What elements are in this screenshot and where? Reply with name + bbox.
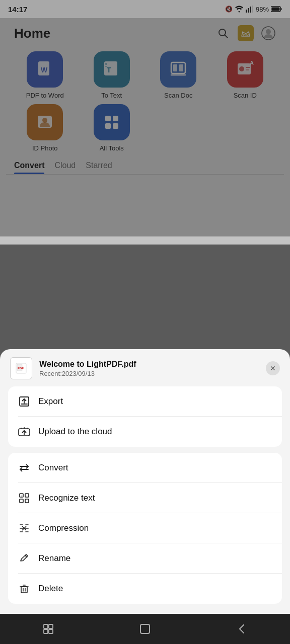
action-group-2: Convert T Recognize text Compression Ren… [8,453,282,604]
upload-cloud-action[interactable]: Upload to the cloud [8,417,282,447]
close-button[interactable]: ✕ [266,361,280,375]
delete-icon [18,583,30,595]
rename-icon [18,552,30,565]
recognize-icon: T [18,492,30,504]
svg-rect-48 [20,499,23,503]
convert-icon [18,462,30,474]
upload-cloud-label: Upload to the cloud [38,427,112,437]
convert-label: Convert [38,463,68,473]
rename-action[interactable]: Rename [8,543,282,574]
file-date: Recent:2023/09/13 [39,370,259,377]
svg-text:T: T [21,495,23,498]
export-icon [18,395,30,408]
svg-rect-50 [25,499,29,503]
svg-rect-49 [25,494,29,497]
svg-rect-67 [140,624,150,633]
delete-label: Delete [38,584,63,594]
svg-rect-66 [49,629,53,633]
export-action[interactable]: Export [8,386,282,417]
background-overlay [0,0,290,236]
pdf-file-icon: PDF [10,357,32,379]
convert-action[interactable]: Convert [8,453,282,483]
nav-back-button[interactable] [229,616,254,641]
nav-bar [0,614,290,644]
svg-rect-58 [21,587,27,593]
file-name: Welcome to LightPDF.pdf [39,360,259,369]
compress-icon [18,522,30,534]
action-group-1: Export Upload to the cloud [8,386,282,447]
export-label: Export [38,396,63,407]
svg-rect-65 [44,629,48,633]
bottom-sheet: PDF Welcome to LightPDF.pdf Recent:2023/… [0,349,290,614]
file-info: Welcome to LightPDF.pdf Recent:2023/09/1… [39,360,259,377]
svg-rect-63 [44,624,48,628]
svg-rect-64 [49,624,53,628]
close-icon: ✕ [270,364,276,372]
nav-home-button[interactable] [132,616,158,641]
recognize-text-action[interactable]: T Recognize text [8,483,282,513]
rename-label: Rename [38,553,70,564]
sheet-file-header: PDF Welcome to LightPDF.pdf Recent:2023/… [0,349,290,386]
compression-action[interactable]: Compression [8,513,282,543]
compression-label: Compression [38,523,89,533]
svg-text:PDF: PDF [18,367,24,370]
nav-recent-button[interactable] [36,616,61,641]
cloud-upload-icon [18,426,30,438]
recognize-text-label: Recognize text [38,493,95,503]
delete-action[interactable]: Delete [8,574,282,604]
